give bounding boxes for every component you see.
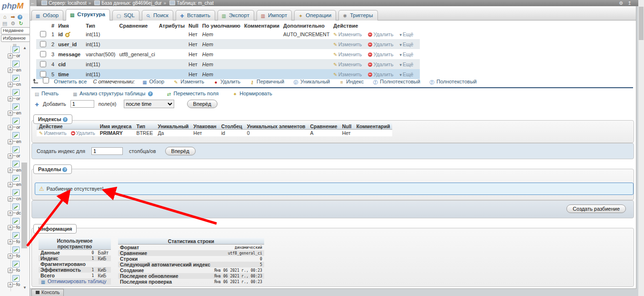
refresh-icon[interactable]: ↻ bbox=[18, 20, 24, 27]
tool-link[interactable]: ⇄Переместить поля? bbox=[167, 91, 219, 96]
tool-link[interactable]: ▤Печать? bbox=[34, 91, 59, 96]
tab[interactable]: ▢SQL bbox=[112, 10, 139, 20]
breadcrumb-db-value[interactable]: g84696ej_dur bbox=[132, 0, 161, 6]
drop-column-link[interactable]: Удалить bbox=[368, 51, 393, 57]
with-selected-action-link[interactable]: ⓊУникальный bbox=[293, 79, 330, 84]
breadcrumb-server-value[interactable]: localhost bbox=[68, 0, 86, 6]
expand-plus-icon[interactable]: + bbox=[8, 111, 13, 116]
expand-plus-icon[interactable]: + bbox=[8, 153, 13, 159]
add-field-go-button[interactable]: Вперёд bbox=[187, 100, 218, 108]
index-edit-link[interactable]: ✎Изменить bbox=[39, 130, 67, 136]
with-selected-action-link[interactable]: ✎Изменить bbox=[173, 79, 204, 84]
optimize-table-link[interactable]: Оптимизировать таблицу bbox=[48, 278, 107, 284]
tab[interactable]: ▥Импорт bbox=[257, 10, 292, 20]
with-selected-action-link[interactable]: ≡Индекс bbox=[339, 79, 364, 84]
expand-plus-icon[interactable]: + bbox=[8, 125, 13, 130]
expand-plus-icon[interactable]: + bbox=[8, 239, 13, 245]
row-checkbox[interactable] bbox=[40, 51, 46, 57]
expand-plus-icon[interactable]: + bbox=[8, 96, 13, 102]
create-partition-button[interactable]: Создать разбиение bbox=[566, 204, 626, 213]
settings-icon[interactable]: ⚙ bbox=[10, 20, 16, 27]
phpmyadmin-logo[interactable]: phpM bbox=[0, 0, 30, 13]
with-selected-action-link[interactable]: ▦Обзор bbox=[142, 79, 164, 84]
sidebar-tree-item[interactable]: + cn bbox=[0, 74, 30, 89]
more-column-link[interactable]: ▾Ещё bbox=[399, 61, 413, 67]
home-icon[interactable]: ⌂ bbox=[1, 13, 8, 20]
recent-tables-select[interactable]: Недавнее bbox=[1, 27, 30, 34]
add-field-count-input[interactable] bbox=[70, 100, 94, 108]
tree-scroll-down-icon[interactable]: ▼ bbox=[22, 286, 27, 290]
expand-plus-icon[interactable]: + bbox=[8, 254, 13, 259]
tool-link[interactable]: ✦Нормировать? bbox=[232, 91, 272, 96]
expand-plus-icon[interactable]: + bbox=[8, 68, 13, 73]
tool-link[interactable]: ▦Анализ структуры таблицы? bbox=[72, 91, 152, 96]
settings-gear-icon[interactable]: ⚙ bbox=[619, 0, 624, 6]
create-index-count-input[interactable] bbox=[91, 147, 123, 155]
chevron-down-icon: ▾ bbox=[399, 62, 402, 67]
edit-column-link[interactable]: ✎Изменить bbox=[333, 31, 362, 37]
tab[interactable]: ✚Вставить bbox=[176, 10, 215, 20]
edit-column-link[interactable]: ✎Изменить bbox=[333, 51, 362, 57]
row-checkbox[interactable] bbox=[40, 31, 46, 37]
edit-column-link[interactable]: ✎Изменить bbox=[333, 41, 362, 47]
sidebar-tree-item[interactable]: + fo bbox=[0, 260, 30, 275]
favorite-tables-select[interactable]: Избранное bbox=[1, 35, 30, 42]
partitions-help-icon[interactable]: ? bbox=[62, 167, 67, 172]
expand-plus-icon[interactable]: + bbox=[8, 268, 13, 273]
with-selected-action-link[interactable]: ⓉПолнотекстовый bbox=[429, 79, 477, 84]
expand-plus-icon[interactable]: + bbox=[8, 139, 13, 144]
with-selected-action-link[interactable]: ⚷Первичный bbox=[249, 79, 284, 84]
tab[interactable]: ✱Триггеры bbox=[338, 10, 377, 20]
scroll-to-top-icon[interactable]: ↥ bbox=[628, 0, 632, 6]
tab[interactable]: ⚲Поиск bbox=[142, 10, 173, 20]
sidebar-tree-item[interactable]: + en bbox=[0, 60, 30, 74]
tab[interactable]: ▥Экспорт bbox=[218, 10, 254, 20]
help-icon[interactable]: ? bbox=[18, 15, 22, 20]
action-icon: ⚷ bbox=[249, 80, 255, 85]
row-checkbox[interactable] bbox=[40, 61, 46, 67]
more-column-link[interactable]: ▾Ещё bbox=[399, 41, 413, 47]
expand-plus-icon[interactable]: + bbox=[8, 211, 13, 216]
page-scrollbar-thumb[interactable] bbox=[639, 7, 644, 40]
more-column-link[interactable]: ▾Ещё bbox=[399, 31, 413, 37]
more-column-link[interactable]: ▾Ещё bbox=[399, 51, 413, 57]
expand-plus-icon[interactable]: + bbox=[8, 168, 13, 173]
tab[interactable]: ▦Обзор bbox=[31, 10, 63, 20]
expand-plus-icon[interactable]: + bbox=[8, 82, 13, 87]
check-all-checkbox[interactable] bbox=[43, 77, 49, 83]
help-icon[interactable]: ? bbox=[148, 92, 153, 96]
check-all-label[interactable]: Отметить все bbox=[54, 79, 87, 84]
row-checkbox[interactable] bbox=[40, 41, 46, 47]
sidebar-tree-item[interactable]: + en bbox=[0, 103, 30, 117]
sidebar-tree-item[interactable]: + or bbox=[0, 146, 30, 160]
sidebar-tree-item[interactable]: + en bbox=[0, 132, 30, 146]
expand-plus-icon[interactable]: + bbox=[8, 282, 13, 287]
tab[interactable]: ✦Операции bbox=[294, 10, 336, 20]
expand-plus-icon[interactable]: + bbox=[8, 182, 13, 187]
drop-column-link[interactable]: Удалить bbox=[368, 31, 393, 37]
expand-plus-icon[interactable]: + bbox=[8, 53, 13, 59]
breadcrumb-table-value[interactable]: m_chat bbox=[198, 0, 214, 6]
drop-column-link[interactable]: Удалить bbox=[368, 61, 393, 67]
edit-column-link[interactable]: ✎Изменить bbox=[333, 61, 362, 67]
index-drop-link[interactable]: Удалить bbox=[71, 130, 95, 136]
drop-column-link[interactable]: Удалить bbox=[368, 41, 393, 47]
with-selected-action-link[interactable]: ●Удалить bbox=[213, 79, 240, 84]
console-tab[interactable]: Консоль bbox=[31, 289, 64, 296]
tree-scrollbar-thumb[interactable] bbox=[21, 163, 27, 248]
column-attributes-cell bbox=[157, 49, 187, 59]
indexes-help-icon[interactable]: ? bbox=[63, 117, 68, 122]
tree-connector bbox=[13, 184, 16, 184]
create-index-go-button[interactable]: Вперёд bbox=[165, 147, 196, 155]
sidebar-tree-item[interactable]: + or bbox=[0, 117, 30, 132]
tab[interactable]: ▤Структура bbox=[66, 9, 110, 20]
page-scrollbar[interactable] bbox=[638, 0, 644, 296]
add-field-position-select[interactable]: после time bbox=[124, 100, 174, 108]
with-selected-action-link[interactable]: ⓉПолнотекстовый bbox=[373, 79, 420, 84]
sql-doc-icon[interactable]: ▤ bbox=[1, 20, 8, 27]
sidebar-tree-item[interactable]: + or bbox=[0, 46, 30, 60]
expand-plus-icon[interactable]: + bbox=[8, 196, 13, 202]
expand-plus-icon[interactable]: + bbox=[8, 225, 13, 230]
logout-icon[interactable]: ➡ bbox=[10, 13, 16, 20]
sidebar-tree-item[interactable]: + or bbox=[0, 89, 30, 103]
